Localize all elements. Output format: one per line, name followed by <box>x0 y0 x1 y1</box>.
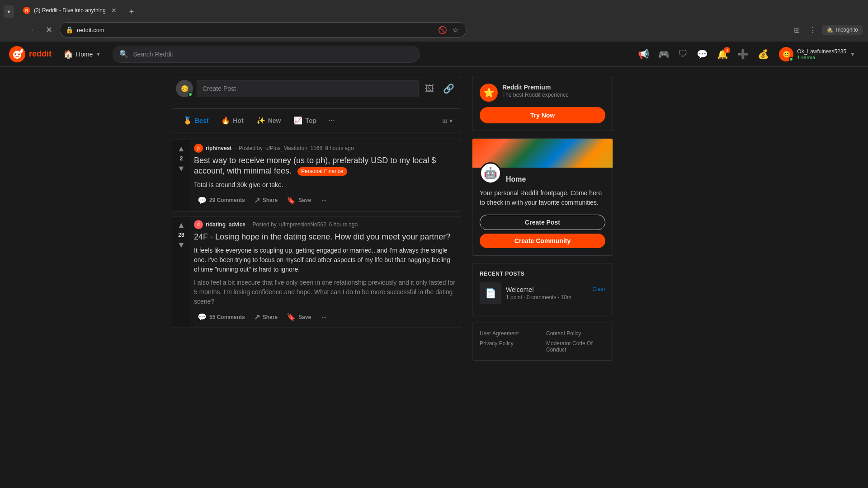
view-icon: ⊞ <box>442 117 448 124</box>
forward-button[interactable]: → <box>24 23 38 37</box>
reddit-logo[interactable]: reddit <box>9 46 52 62</box>
sort-new-label: New <box>268 117 281 124</box>
post-author-2[interactable]: u/ImpressionNo562 <box>279 221 326 228</box>
user-dropdown[interactable]: 😊 Ok_Lawfulness5235 1 karma ▼ <box>775 45 859 63</box>
create-community-button[interactable]: Create Community <box>480 234 605 248</box>
comments-icon: 💬 <box>198 196 207 205</box>
incognito-badge[interactable]: 🕵 Incognito <box>822 25 863 35</box>
home-icon: 🏠 <box>63 49 73 59</box>
recent-post-thumbnail: 📄 <box>480 282 501 304</box>
sort-more-button[interactable]: ··· <box>326 113 338 128</box>
notifications-button[interactable]: 🔔 3 <box>714 46 731 62</box>
search-bar[interactable]: 🔍 Search Reddit <box>113 46 420 63</box>
recent-post-name[interactable]: Welcome! <box>506 286 592 293</box>
home-card-header: 🤖 Home <box>480 175 605 184</box>
shield-button[interactable]: 🛡 <box>676 46 690 62</box>
back-button[interactable]: ← <box>5 23 20 37</box>
star-icon[interactable]: ☆ <box>451 24 461 36</box>
footer-link-moderator-code[interactable]: Moderator Code Of Conduct <box>546 340 605 353</box>
new-tab-button[interactable]: + <box>126 5 138 18</box>
save-button-2[interactable]: 🔖 Save <box>283 310 315 324</box>
post-time: 9 hours ago <box>325 145 354 151</box>
home-text: Home <box>76 51 93 58</box>
sidebar: ⭐ Reddit Premium The best Reddit experie… <box>472 76 613 361</box>
incognito-label: Incognito <box>836 27 858 33</box>
recent-clear-button[interactable]: Clear <box>592 286 605 292</box>
main-layout: 😊 Create Post 🖼 🔗 🏅 Best <box>163 67 705 370</box>
games-button[interactable]: 🎮 <box>656 46 672 62</box>
post-meta-2: d r/dating_advice · Posted by u/Impressi… <box>194 220 457 229</box>
post-body-text-2b: I also feel a bit insecure that I've onl… <box>194 278 457 306</box>
post-body-2: It feels like everyone is coupling up, g… <box>194 246 457 306</box>
home-dropdown[interactable]: 🏠 Home ▼ <box>59 47 105 62</box>
sort-tab-new[interactable]: ✨ New <box>251 113 287 128</box>
address-bar[interactable]: 🔒 reddit.com 🚫 ☆ <box>60 22 467 38</box>
reddit-logo-icon <box>9 46 25 62</box>
reload-button[interactable]: ✕ <box>42 23 56 37</box>
comments-icon-2: 💬 <box>198 313 207 321</box>
advertise-button[interactable]: 📢 <box>635 46 652 62</box>
link-icon[interactable]: 🔗 <box>440 80 457 97</box>
post-more-button[interactable]: ··· <box>318 194 330 206</box>
extension-icon[interactable]: ⊞ <box>789 23 804 37</box>
post-author[interactable]: u/Plus_Mastodon_1168 <box>265 145 322 151</box>
sort-tab-hot[interactable]: 🔥 Hot <box>216 113 249 128</box>
tab-close-button[interactable]: ✕ <box>109 6 118 15</box>
subreddit-name-2[interactable]: r/dating_advice <box>206 221 245 228</box>
share-icon-2: ↗ <box>254 313 260 321</box>
downvote-button-2[interactable]: ▼ <box>176 240 186 250</box>
address-bar-icons: 🚫 ☆ <box>436 24 461 36</box>
subreddit-name[interactable]: r/phinvest <box>206 145 231 151</box>
recent-posts-title: RECENT POSTS <box>480 271 605 277</box>
post-title[interactable]: Best way to receive money (us to ph), pr… <box>194 155 457 177</box>
create-post-button[interactable]: ➕ <box>735 46 751 62</box>
comments-button[interactable]: 💬 29 Comments <box>194 193 249 207</box>
reddit-header: reddit 🏠 Home ▼ 🔍 Search Reddit 📢 🎮 🛡 💬 … <box>0 42 868 67</box>
more-options-button[interactable]: ⋮ <box>806 23 820 37</box>
post-vote-section: ▲ 2 ▼ <box>172 140 190 211</box>
share-label: Share <box>263 197 278 203</box>
post-label-2: Posted by <box>252 221 276 228</box>
premium-title: Reddit Premium <box>502 84 569 91</box>
tab-favicon: R <box>23 7 30 14</box>
coins-button[interactable]: 💰 <box>755 46 772 62</box>
sort-view-button[interactable]: ⊞ ▾ <box>439 114 455 127</box>
home-card-desc: Your personal Reddit frontpage. Come her… <box>480 188 605 207</box>
premium-text: Reddit Premium The best Reddit experienc… <box>502 84 569 98</box>
sort-hot-label: Hot <box>233 117 243 124</box>
new-icon: ✨ <box>256 116 265 125</box>
sort-tab-best[interactable]: 🏅 Best <box>178 113 214 128</box>
tab-group-arrow[interactable]: ▼ <box>4 5 14 18</box>
downvote-button[interactable]: ▼ <box>176 164 186 174</box>
share-button[interactable]: ↗ Share <box>250 193 281 207</box>
footer-link-content-policy[interactable]: Content Policy <box>546 330 605 337</box>
try-now-button[interactable]: Try Now <box>480 107 605 123</box>
post-title-2[interactable]: 24F - Losing hope in the dating scene. H… <box>194 232 457 242</box>
footer-link-user-agreement[interactable]: User Agreement <box>480 330 539 337</box>
eye-off-icon[interactable]: 🚫 <box>436 24 449 36</box>
user-avatar: 😊 <box>779 47 793 61</box>
comments-button-2[interactable]: 💬 55 Comments <box>194 310 249 324</box>
image-upload-icon[interactable]: 🖼 <box>422 81 437 97</box>
save-icon-2: 🔖 <box>287 313 296 321</box>
tab-reddit[interactable]: R (3) Reddit - Dive into anything ✕ <box>18 3 124 18</box>
chat-button[interactable]: 💬 <box>694 46 711 62</box>
view-arrow-icon: ▾ <box>449 117 453 124</box>
home-dropdown-arrow-icon: ▼ <box>95 51 101 57</box>
sidebar-create-post-button[interactable]: Create Post <box>480 215 605 230</box>
vote-count: 2 <box>180 155 183 162</box>
subreddit-icon-2: d <box>194 220 203 229</box>
post-more-button-2[interactable]: ··· <box>318 311 330 323</box>
share-label-2: Share <box>263 314 278 320</box>
upvote-button-2[interactable]: ▲ <box>176 220 186 230</box>
share-button-2[interactable]: ↗ Share <box>250 310 281 324</box>
create-post-input[interactable]: Create Post <box>197 80 419 97</box>
address-url: reddit.com <box>77 27 104 33</box>
save-button[interactable]: 🔖 Save <box>283 193 315 207</box>
upvote-button[interactable]: ▲ <box>176 144 186 154</box>
footer-links: User Agreement Content Policy Privacy Po… <box>472 323 613 361</box>
recent-post-item: 📄 Welcome! 1 point · 0 comments · 10m Cl… <box>480 282 605 304</box>
footer-link-privacy-policy[interactable]: Privacy Policy <box>480 340 539 353</box>
sort-tab-top[interactable]: 📈 Top <box>288 113 322 128</box>
post-content: p r/phinvest · Posted by u/Plus_Mastodon… <box>190 140 461 211</box>
